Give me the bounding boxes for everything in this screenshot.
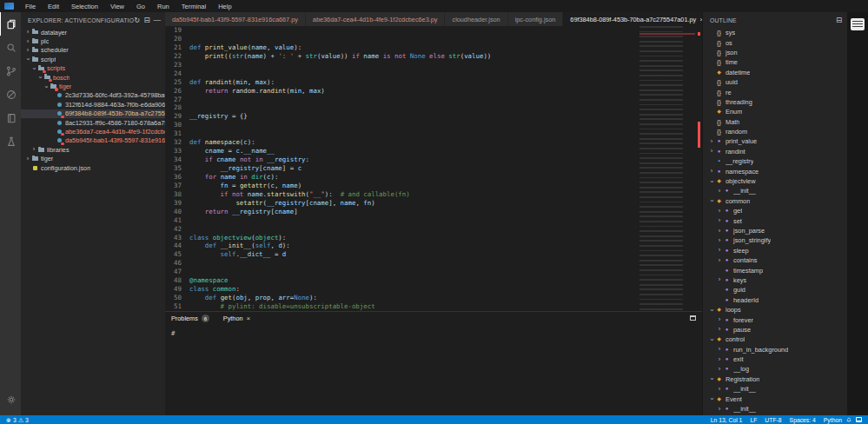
- outline-item[interactable]: ›●sleep: [703, 246, 847, 255]
- outline-item[interactable]: ›●run_in_background: [703, 345, 847, 354]
- menu-item-help[interactable]: Help: [212, 0, 237, 12]
- menu-item-go[interactable]: Go: [130, 0, 151, 12]
- tree-item[interactable]: configuration.json: [21, 163, 165, 172]
- search-icon[interactable]: [0, 36, 21, 59]
- refresh-icon[interactable]: ↻: [134, 17, 140, 23]
- outline-item[interactable]: ›◆control: [703, 335, 847, 344]
- outline-item[interactable]: ›●set: [703, 215, 847, 225]
- status-python[interactable]: Python: [824, 417, 842, 423]
- tree-item[interactable]: ›scripts: [21, 64, 165, 73]
- settings-gear-icon[interactable]: [0, 388, 21, 411]
- outline-item[interactable]: ›◆loops: [703, 305, 847, 315]
- terminal-output[interactable]: #: [165, 325, 702, 341]
- tree-item[interactable]: ›datalayer: [21, 28, 165, 36]
- outline-item[interactable]: {}json: [703, 48, 847, 57]
- menu-item-run[interactable]: Run: [151, 0, 176, 12]
- hide-panel-icon[interactable]: —: [154, 17, 162, 23]
- notifications-bell-icon[interactable]: [845, 416, 852, 423]
- outline-item[interactable]: ›●__init__: [703, 186, 847, 195]
- panel-tab-python[interactable]: Python×: [223, 315, 250, 322]
- minimap[interactable]: [639, 26, 695, 311]
- outline-item[interactable]: {}re: [703, 87, 847, 96]
- outline-item[interactable]: {}time: [703, 57, 847, 67]
- code-editor[interactable]: 192021def print_value(name, value):22 pr…: [165, 26, 702, 311]
- outline-item[interactable]: ›●json_parse: [703, 226, 847, 235]
- outline-item[interactable]: {}random: [703, 127, 847, 136]
- layout-icon[interactable]: [856, 417, 862, 422]
- status-ln[interactable]: Ln 13, Col 1: [711, 417, 743, 423]
- tree-item[interactable]: ›script: [21, 55, 165, 63]
- tree-item[interactable]: da5b945f-bab1-43f9-5597-831e916ca66...: [21, 136, 165, 145]
- outline-item[interactable]: ›●exit: [703, 354, 847, 364]
- outline-item[interactable]: ›◆common: [703, 196, 847, 206]
- menu-item-file[interactable]: File: [19, 0, 42, 12]
- outline-item[interactable]: {}uuid: [703, 77, 847, 87]
- symbol-class-icon: ◆: [715, 178, 723, 184]
- editor-tab[interactable]: 69f384b8-089f-453b-70ba-a7c275547a01.py×: [563, 12, 712, 26]
- menu-item-view[interactable]: View: [104, 0, 130, 12]
- status-utf-8[interactable]: UTF-8: [765, 417, 781, 423]
- outline-item[interactable]: ›●namespace: [703, 166, 847, 176]
- tree-item[interactable]: 8ac12931-ff9c-4586-7180-678a6a75b74...: [21, 118, 165, 127]
- editor-tab[interactable]: ipc-config.json: [508, 12, 564, 26]
- outline-item[interactable]: ›●json_stringify: [703, 235, 847, 245]
- panel-maximize-icon[interactable]: [690, 315, 696, 321]
- outline-item[interactable]: ›●__init__: [703, 404, 847, 414]
- tree-item-label: da5b945f-bab1-43f9-5597-831e916ca66...: [65, 136, 165, 144]
- menu-item-terminal[interactable]: Terminal: [176, 0, 212, 12]
- outline-item[interactable]: ›●randint: [703, 147, 847, 156]
- tree-item[interactable]: ›plc: [21, 36, 165, 45]
- outline-item[interactable]: ›●print_value: [703, 136, 847, 146]
- menu-item-selection[interactable]: Selection: [65, 0, 104, 12]
- debug-disabled-icon[interactable]: [0, 83, 21, 106]
- python-file-icon: [56, 120, 63, 126]
- outline-item[interactable]: ●headerId: [703, 295, 847, 305]
- editor-tab[interactable]: abe36da7-cea4-4d1b-4fe9-1f2cdcbec6e3.py: [306, 12, 446, 26]
- list-icon[interactable]: [851, 18, 865, 30]
- source-control-icon[interactable]: [0, 59, 21, 83]
- symbol-module-icon: {}: [715, 119, 723, 125]
- problems-status[interactable]: ⊗ 3 ⚠ 3: [6, 417, 29, 423]
- outline-item[interactable]: {}os: [703, 37, 847, 47]
- extensions-icon[interactable]: [0, 106, 21, 129]
- outline-item[interactable]: ›◆Event: [703, 394, 847, 403]
- outline-item[interactable]: ›●contains: [703, 255, 847, 265]
- outline-item[interactable]: ›●get: [703, 206, 847, 215]
- outline-item[interactable]: ◆datetime: [703, 68, 847, 77]
- outline-item[interactable]: ›◆objectview: [703, 176, 847, 186]
- code-lines: 192021def print_value(name, value):22 pr…: [165, 26, 702, 311]
- outline-item[interactable]: ›◆Registration: [703, 374, 847, 384]
- tree-item[interactable]: ›scheduler: [21, 46, 165, 55]
- panel-tab-problems[interactable]: Problems6: [171, 315, 209, 322]
- outline-item[interactable]: ●timestamp: [703, 265, 847, 275]
- status-lf[interactable]: LF: [750, 417, 757, 423]
- outline-item[interactable]: ▪__registry: [703, 156, 847, 166]
- outline-item[interactable]: ›●__init__: [703, 384, 847, 394]
- tree-item[interactable]: abe36da7-cea4-4d1b-4fe9-1f2cdcbec6e...: [21, 127, 165, 136]
- tree-item[interactable]: ›libraries: [21, 145, 165, 154]
- tree-item[interactable]: ›tiger: [21, 82, 165, 90]
- editor-tab[interactable]: da5b945f-bab1-43f9-5597-831e916ca667.py: [165, 12, 306, 26]
- tree-item[interactable]: 69f384b8-089f-453b-70ba-a7c275547a0...: [21, 109, 165, 118]
- outline-item[interactable]: ›●__log: [703, 364, 847, 374]
- outline-item[interactable]: ●guid: [703, 285, 847, 295]
- explorer-icon[interactable]: [0, 12, 21, 36]
- tree-item[interactable]: ›bosch: [21, 73, 165, 82]
- outline-item[interactable]: ◆Enum: [703, 107, 847, 116]
- testing-icon[interactable]: [0, 129, 21, 153]
- tree-item[interactable]: 2c3d7336-60fc-4df3-392a-45798ba045d...: [21, 91, 165, 100]
- collapse-all-icon[interactable]: ⊟: [143, 17, 149, 23]
- status-spaces[interactable]: Spaces: 4: [790, 417, 816, 423]
- tree-item[interactable]: ›tiger: [21, 154, 165, 162]
- outline-item[interactable]: ›●forever: [703, 315, 847, 324]
- editor-tab[interactable]: cloudheader.json: [445, 12, 507, 26]
- menu-item-edit[interactable]: Edit: [42, 0, 65, 12]
- outline-item[interactable]: ›●keys: [703, 275, 847, 285]
- tree-item[interactable]: 312f614d-9884-463a-7f0b-e6da9060bdc...: [21, 100, 165, 109]
- outline-item[interactable]: ›●pause: [703, 325, 847, 335]
- tab-close-icon[interactable]: ×: [247, 315, 251, 322]
- collapse-all-icon[interactable]: ⊟: [836, 17, 842, 23]
- outline-item[interactable]: {}threading: [703, 97, 847, 107]
- outline-item[interactable]: {}sys: [703, 28, 847, 37]
- outline-item[interactable]: {}Math: [703, 117, 847, 127]
